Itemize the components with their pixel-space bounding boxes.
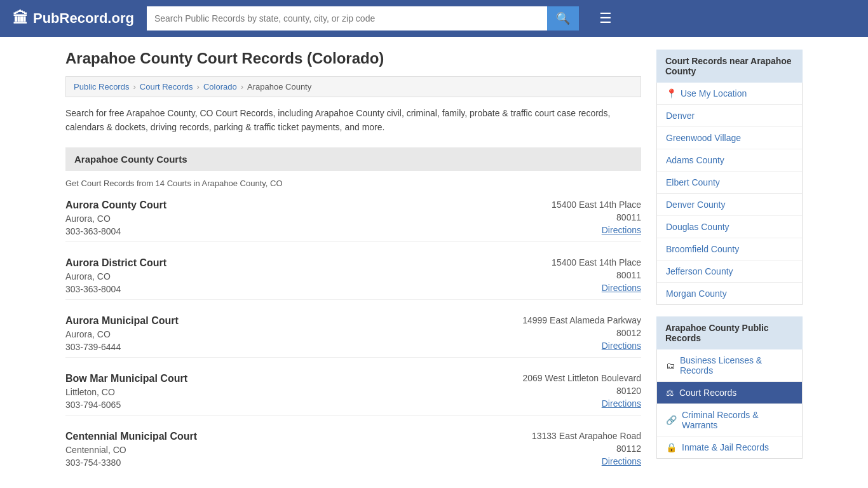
court-address: 2069 West Littleton Boulevard 80120 Dire… <box>522 373 641 410</box>
court-info: Aurora Municipal Court Aurora, CO 303-73… <box>65 315 522 352</box>
court-address: 13133 East Arapahoe Road 80112 Direction… <box>532 431 641 468</box>
court-name: Aurora County Court <box>65 200 552 211</box>
court-street: 2069 West Littleton Boulevard <box>522 373 641 383</box>
sidebar-nearby-item[interactable]: Douglas County <box>657 216 802 238</box>
sidebar-nearby-item[interactable]: Denver County <box>657 194 802 216</box>
sidebar-item-link[interactable]: Inmate & Jail Records <box>682 442 769 452</box>
sidebar-nearby-item[interactable]: Greenwood Village <box>657 127 802 149</box>
breadcrumb-colorado[interactable]: Colorado <box>203 82 237 92</box>
sidebar-public-item[interactable]: 🗂Business Licenses & Records <box>657 349 802 382</box>
sidebar-item-link[interactable]: Business Licenses & Records <box>680 355 793 376</box>
location-icon: 📍 <box>666 88 677 98</box>
courts-section-header: Arapahoe County Courts <box>65 147 641 171</box>
court-info: Centennial Municipal Court Centennial, C… <box>65 431 532 468</box>
logo-icon: 🏛 <box>13 10 28 27</box>
sidebar-nearby-link[interactable]: Broomfield County <box>666 244 739 254</box>
directions-link[interactable]: Directions <box>602 456 641 466</box>
breadcrumb-public-records[interactable]: Public Records <box>74 82 129 92</box>
court-entry: Aurora County Court Aurora, CO 303-363-8… <box>65 200 641 242</box>
directions-link[interactable]: Directions <box>602 398 641 409</box>
hamburger-icon: ☰ <box>599 10 612 26</box>
court-address: 15400 East 14th Place 80011 Directions <box>552 200 641 236</box>
court-street: 15400 East 14th Place <box>552 257 641 268</box>
sidebar-nearby-link[interactable]: Elbert County <box>666 177 720 187</box>
court-address: 15400 East 14th Place 80011 Directions <box>552 257 641 294</box>
sidebar-nearby-header: Court Records near Arapahoe County <box>656 50 803 83</box>
sidebar-nearby-link[interactable]: Douglas County <box>666 222 729 232</box>
sidebar: Court Records near Arapahoe County 📍 Use… <box>656 50 803 488</box>
court-entry: Aurora District Court Aurora, CO 303-363… <box>65 257 641 300</box>
court-city: Littleton, CO <box>65 387 522 397</box>
court-street: 15400 East 14th Place <box>552 200 641 210</box>
search-icon: 🔍 <box>556 11 570 25</box>
breadcrumb-current: Arapahoe County <box>247 82 311 92</box>
court-entry: Centennial Municipal Court Centennial, C… <box>65 431 641 473</box>
page-title: Arapahoe County Court Records (Colorado) <box>65 50 641 67</box>
sidebar-item-icon: 🔒 <box>666 442 677 452</box>
sidebar-nearby-item[interactable]: Adams County <box>657 149 802 172</box>
directions-link[interactable]: Directions <box>602 341 641 351</box>
site-header: 🏛 PubRecord.org 🔍 ☰ <box>0 0 868 37</box>
court-city: Aurora, CO <box>65 329 522 339</box>
court-zip: 80112 <box>532 444 641 454</box>
court-info: Aurora District Court Aurora, CO 303-363… <box>65 257 552 294</box>
court-city: Centennial, CO <box>65 445 532 455</box>
court-phone: 303-363-8004 <box>65 284 552 294</box>
sidebar-nearby-link[interactable]: Adams County <box>666 155 724 165</box>
sidebar-public-item[interactable]: 🔗Criminal Records & Warrants <box>657 404 802 437</box>
court-address: 14999 East Alameda Parkway 80012 Directi… <box>522 315 641 352</box>
court-entry: Bow Mar Municipal Court Littleton, CO 30… <box>65 373 641 416</box>
court-zip: 80011 <box>552 270 641 280</box>
menu-button[interactable]: ☰ <box>597 10 614 27</box>
sidebar-item-icon: ⚖ <box>666 388 674 398</box>
court-street: 14999 East Alameda Parkway <box>522 315 641 325</box>
sidebar-nearby-link[interactable]: Greenwood Village <box>666 133 741 143</box>
court-info: Bow Mar Municipal Court Littleton, CO 30… <box>65 373 522 410</box>
use-location-label: Use My Location <box>681 88 747 98</box>
courts-list: Aurora County Court Aurora, CO 303-363-8… <box>65 200 641 473</box>
court-phone: 303-363-8004 <box>65 226 552 236</box>
sidebar-nearby-item[interactable]: Broomfield County <box>657 238 802 261</box>
court-name: Aurora District Court <box>65 257 552 269</box>
logo[interactable]: 🏛 PubRecord.org <box>13 10 134 27</box>
directions-link[interactable]: Directions <box>602 225 641 235</box>
sidebar-public-list: 🗂Business Licenses & Records⚖Court Recor… <box>656 349 803 459</box>
sidebar-nearby-link[interactable]: Morgan County <box>666 288 727 299</box>
court-zip: 80120 <box>522 386 641 396</box>
sidebar-nearby-item[interactable]: Morgan County <box>657 283 802 304</box>
sidebar-nearby-item[interactable]: Elbert County <box>657 172 802 194</box>
sidebar-nearby-link[interactable]: Jefferson County <box>666 266 733 276</box>
sidebar-nearby-item[interactable]: Denver <box>657 105 802 127</box>
main-container: Arapahoe County Court Records (Colorado)… <box>53 37 815 488</box>
sidebar-item-link[interactable]: Criminal Records & Warrants <box>682 410 793 430</box>
court-zip: 80011 <box>552 212 641 222</box>
logo-text: PubRecord.org <box>33 10 134 27</box>
sidebar-nearby-link[interactable]: Denver <box>666 111 695 121</box>
court-phone: 303-794-6065 <box>65 400 522 410</box>
search-input[interactable] <box>147 6 547 30</box>
sidebar-public-item[interactable]: ⚖Court Records <box>657 382 802 404</box>
court-name: Bow Mar Municipal Court <box>65 373 522 384</box>
court-zip: 80012 <box>522 328 641 338</box>
search-area: 🔍 <box>147 6 579 30</box>
court-info: Aurora County Court Aurora, CO 303-363-8… <box>65 200 552 236</box>
breadcrumb-sep-2: › <box>197 82 200 92</box>
court-phone: 303-754-3380 <box>65 458 532 468</box>
section-subtitle: Get Court Records from 14 Courts in Arap… <box>65 179 641 188</box>
court-name: Aurora Municipal Court <box>65 315 522 327</box>
sidebar-nearby-list: 📍 Use My Location DenverGreenwood Villag… <box>656 83 803 305</box>
court-phone: 303-739-6444 <box>65 342 522 352</box>
sidebar-nearby-link[interactable]: Denver County <box>666 200 725 210</box>
court-entry: Aurora Municipal Court Aurora, CO 303-73… <box>65 315 641 358</box>
search-button[interactable]: 🔍 <box>547 6 579 30</box>
breadcrumb-court-records[interactable]: Court Records <box>140 82 193 92</box>
directions-link[interactable]: Directions <box>602 283 641 293</box>
sidebar-public-header: Arapahoe County Public Records <box>656 316 803 349</box>
breadcrumb-sep-1: › <box>133 82 135 92</box>
court-city: Aurora, CO <box>65 214 552 224</box>
breadcrumb-sep-3: › <box>241 82 243 92</box>
sidebar-item-icon: 🗂 <box>666 360 675 370</box>
sidebar-nearby-item[interactable]: Jefferson County <box>657 261 802 283</box>
sidebar-use-location[interactable]: 📍 Use My Location <box>657 83 802 105</box>
sidebar-public-item[interactable]: 🔒Inmate & Jail Records <box>657 437 802 458</box>
